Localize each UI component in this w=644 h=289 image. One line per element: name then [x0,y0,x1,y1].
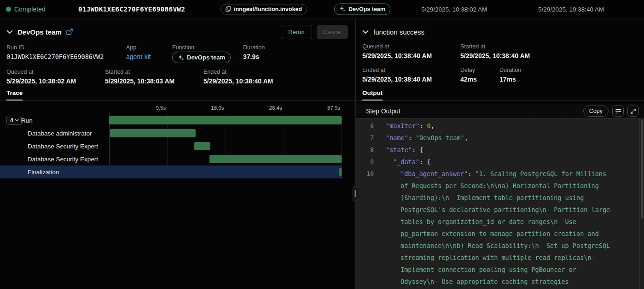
step-duration-value: 17ms [499,76,521,83]
step-ended-value: 5/29/2025, 10:38:40 AM [362,76,432,83]
event-copy-icon [226,6,231,12]
line-number: 6 [356,120,374,132]
copy-button[interactable]: Copy [583,106,609,117]
code-content: "_data": { [378,156,612,168]
chevron-down-icon[interactable] [362,30,369,34]
code-line: 6"maxIter": 0, [356,120,644,132]
external-link-icon[interactable] [66,29,73,35]
run-id-topbar: 01JWDK1XE6C270F6YE69086VW2 [78,6,185,13]
run-details-panel: DevOps team Rerun Cancel Run ID 01JWDK1X… [0,19,354,289]
code-line: 9"_data": { [356,156,644,168]
function-label: Function [172,44,231,51]
chevron-down-icon [15,119,19,122]
tab-trace[interactable]: Trace [6,89,23,100]
line-number: 7 [356,132,374,144]
axis-tick-label: 18.9s [211,105,225,111]
step-details-panel: function success Queued at 5/29/2025, 10… [356,19,644,289]
trace-span-bar[interactable] [109,116,342,124]
code-content: "maxIter": 0, [378,120,612,132]
app-field: App agent-kit [126,44,151,60]
step-delay-field: Delay 42ms [460,67,477,83]
collapse-children-button[interactable]: 4 [6,116,22,125]
step-output-toolbar: Step Output Copy [356,104,644,118]
scrollbar-thumb[interactable] [641,119,643,218]
trace-row[interactable]: Database Security Expert [0,153,342,165]
trace-row[interactable]: 4Run [0,114,342,127]
sparkles-icon [339,6,346,12]
step-delay-label: Delay [460,67,477,73]
ended-at-label: Ended at [203,69,273,75]
duration-value: 37.9s [243,53,265,60]
duration-label: Duration [243,44,265,51]
rerun-button[interactable]: Rerun [281,25,312,39]
code-line: 10"dba_agent_answer": "1. Scaling Postgr… [356,168,644,289]
step-queued-label: Queued at [362,43,432,50]
code-line: 8"state": { [356,144,644,156]
app-window: Completed 01JWDK1XE6C270F6YE69086VW2 inn… [0,0,644,289]
run-header-row: DevOps team Rerun Cancel [0,24,354,40]
queued-at-value: 5/29/2025, 10:38:02 AM [6,77,76,85]
code-scrollbar[interactable] [639,118,644,289]
ended-timestamp: 5/29/2025, 10:38:40 AM [538,6,604,12]
trace-row[interactable]: Database administrator [0,127,342,140]
word-wrap-button[interactable] [612,106,624,117]
step-delay-value: 42ms [460,76,477,83]
trace-rows: 4RunDatabase administratorDatabase Secur… [0,114,354,178]
trace-span-bar[interactable] [339,168,342,176]
started-at-label: Started at [105,69,174,75]
app-label: App [126,44,151,51]
ended-at-field: Ended at 5/29/2025, 10:38:40 AM [203,69,273,85]
run-title: DevOps team [17,28,62,36]
step-meta-row-1: Queued at 5/29/2025, 10:38:40 AM Started… [356,43,644,65]
code-content: "name": "DevOps team", [378,132,612,144]
step-output-code[interactable]: 6"maxIter": 0,7"name": "DevOps team",8"s… [356,118,644,289]
step-output-title: Step Output [366,107,400,115]
step-meta-row-2: Ended at 5/29/2025, 10:38:40 AM Delay 42… [356,67,644,89]
queued-at-field: Queued at 5/29/2025, 10:38:02 AM [6,69,76,85]
trace-span-bar[interactable] [209,155,342,163]
word-wrap-icon [615,108,621,114]
trace-row[interactable]: Finalization [0,165,342,178]
axis-tick-label: 28.4s [269,105,284,111]
axis-tick-label: 9.5s [156,105,168,111]
trace-row-label: Database Security Expert [28,156,98,163]
trace-row-label: Database Security Expert [28,143,98,150]
app-link[interactable]: agent-kit [126,53,151,60]
chevron-down-icon[interactable] [6,30,13,34]
code-content: "state": { [378,144,612,156]
step-ended-field: Ended at 5/29/2025, 10:38:40 AM [362,67,432,83]
started-at-field: Started at 5/29/2025, 10:38:03 AM [105,69,174,85]
trace-span-bar[interactable] [194,142,210,150]
step-started-label: Started at [460,43,530,50]
run-meta-row-1: Run ID 01JWDK1XE6C270F6YE69086VW2 App ag… [0,44,354,66]
step-header-row: function success [356,24,644,40]
step-tabs: Output [356,89,644,101]
cancel-button: Cancel [317,25,348,39]
code-content: "dba_agent_answer": "1. Scaling PostgreS… [378,168,612,289]
step-ended-label: Ended at [362,67,432,73]
function-field: Function DevOps team [172,44,231,63]
run-tabs: Trace [0,89,354,101]
step-duration-field: Duration 17ms [499,67,521,83]
trace-axis: 9.5s18.9s28.4s37.9s [109,105,342,114]
queued-at-label: Queued at [6,69,76,75]
expand-icon [630,108,636,114]
expand-button[interactable] [627,106,639,117]
run-id-label: Run ID [6,44,104,51]
function-badge[interactable]: DevOps team [172,52,231,63]
step-queued-value: 5/29/2025, 10:38:40 AM [362,52,432,59]
event-badge-label: inngest/function.invoked [234,6,302,12]
function-badge-topbar[interactable]: DevOps team [334,3,390,15]
queued-timestamp: 5/29/2025, 10:38:02 AM [421,6,487,12]
event-badge[interactable]: inngest/function.invoked [220,4,307,14]
run-status-label: Completed [14,6,46,13]
trace-span-bar[interactable] [110,129,196,137]
trace-row-label: Run [21,117,33,124]
trace-row[interactable]: Database Security Expert [0,140,342,153]
tab-output[interactable]: Output [362,89,383,100]
panel-resize-handle[interactable] [353,186,358,201]
step-started-value: 5/29/2025, 10:38:40 AM [460,52,530,59]
trace-row-label: Database administrator [28,130,92,137]
ended-at-value: 5/29/2025, 10:38:40 AM [203,77,273,85]
duration-field: Duration 37.9s [243,44,265,60]
